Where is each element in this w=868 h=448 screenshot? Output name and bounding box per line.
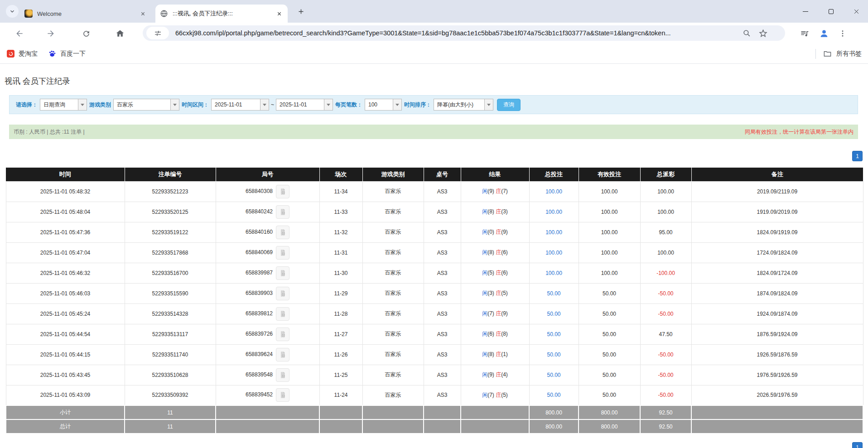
star-icon: [759, 29, 767, 38]
col-total-bet: 总投注: [529, 168, 579, 181]
total-label: 总计: [6, 419, 125, 434]
cell-payout: 100.00: [640, 181, 691, 202]
bookmark-star-button[interactable]: [757, 27, 769, 39]
browser-menu-button[interactable]: [837, 28, 849, 39]
window-maximize-button[interactable]: [820, 0, 841, 23]
subtotal-valid: 800.00: [579, 405, 640, 419]
total-bet-link[interactable]: 100.00: [545, 229, 562, 236]
film-icon: [279, 208, 286, 216]
game-type-select[interactable]: 百家乐: [113, 99, 179, 111]
replay-video-button[interactable]: [276, 205, 289, 219]
total-bet-link[interactable]: 50.00: [547, 392, 560, 398]
cell-bet-id: 522933520125: [125, 202, 216, 222]
cell-game-type: 百家乐: [362, 263, 424, 283]
total-bet-link[interactable]: 100.00: [545, 188, 562, 195]
cell-session: 11-28: [319, 303, 362, 324]
result-player: 闲: [482, 208, 487, 215]
table-row: 2025-11-01 05:46:03 522933515590 6588399…: [6, 283, 863, 303]
home-button[interactable]: [114, 28, 126, 39]
cell-note: 1919.09/2019.09: [691, 202, 863, 222]
cell-game-type: 百家乐: [362, 181, 424, 202]
bookmark-baidu[interactable]: 百度一下: [44, 48, 90, 60]
subtotal-count: 11: [125, 405, 216, 419]
cell-table: AS3: [424, 303, 461, 324]
result-banker: 庄: [496, 351, 501, 357]
tab-search-button[interactable]: [6, 5, 19, 18]
cell-payout: 95.00: [640, 222, 691, 242]
tilde-separator: ~: [271, 101, 274, 108]
total-bet-link[interactable]: 100.00: [545, 270, 562, 276]
pagination-page-1-bottom[interactable]: 1: [852, 442, 863, 448]
total-bet-link[interactable]: 50.00: [547, 311, 560, 317]
cell-result: 闲(5) 庄(6): [461, 263, 529, 283]
replay-video-button[interactable]: [276, 388, 289, 402]
replay-video-button[interactable]: [276, 266, 289, 280]
media-controls-button[interactable]: [799, 28, 810, 39]
tab-welcome[interactable]: Welcome: [20, 5, 151, 23]
cell-payout: -50.00: [640, 344, 691, 365]
result-banker: 庄: [496, 371, 501, 378]
zoom-page-button[interactable]: [741, 27, 752, 39]
chevron-down-icon[interactable]: [324, 99, 333, 110]
total-bet-link[interactable]: 50.00: [547, 352, 560, 358]
total-bet-link[interactable]: 50.00: [547, 290, 560, 297]
cell-result: 闲(6) 庄(8): [461, 324, 529, 344]
replay-video-button[interactable]: [276, 246, 289, 260]
new-tab-button[interactable]: [294, 5, 307, 18]
cell-time: 2025-11-01 05:44:54: [6, 324, 125, 344]
cell-game-type: 百家乐: [362, 303, 424, 324]
tab-close-icon[interactable]: [275, 10, 283, 18]
cell-payout: 47.50: [640, 324, 691, 344]
close-icon: [854, 9, 859, 14]
chevron-down-icon[interactable]: [484, 99, 493, 110]
total-bet-link[interactable]: 100.00: [545, 209, 562, 215]
site-info-chip[interactable]: [146, 27, 169, 39]
cell-time: 2025-11-01 05:43:09: [6, 385, 125, 405]
cell-valid-bet: 100.00: [579, 242, 640, 263]
window-minimize-button[interactable]: [795, 0, 816, 23]
replay-video-button[interactable]: [276, 185, 289, 198]
total-bet-link[interactable]: 50.00: [547, 372, 560, 378]
back-button[interactable]: [14, 28, 25, 39]
cell-table: AS3: [424, 242, 461, 263]
reload-button[interactable]: [80, 28, 92, 39]
cell-time: 2025-11-01 05:48:32: [6, 181, 125, 202]
cell-round: 658840160: [216, 222, 319, 242]
sort-select[interactable]: 降幂(由大到小): [434, 99, 493, 111]
table-row: 2025-11-01 05:44:54 522933513117 6588397…: [6, 324, 863, 344]
address-bar[interactable]: 66cxkj98.com/ipl/portal.php/game/betreco…: [143, 25, 785, 41]
pagination-page-1-top[interactable]: 1: [852, 151, 863, 161]
chevron-down-icon[interactable]: [170, 99, 179, 110]
result-banker-score: (5): [501, 392, 508, 398]
date-to-select[interactable]: 2025-11-01: [276, 99, 333, 111]
replay-video-button[interactable]: [276, 226, 289, 239]
replay-video-button[interactable]: [276, 368, 289, 382]
cell-game-type: 百家乐: [362, 222, 424, 242]
replay-video-button[interactable]: [276, 328, 289, 341]
chevron-down-icon[interactable]: [260, 99, 269, 110]
forward-button[interactable]: [45, 28, 57, 39]
chevron-down-icon[interactable]: [393, 99, 401, 110]
profile-avatar[interactable]: [818, 28, 830, 39]
replay-video-button[interactable]: [276, 287, 289, 300]
tab-close-icon[interactable]: [139, 10, 147, 18]
folder-icon: [823, 49, 832, 58]
date-from-select[interactable]: 2025-11-01: [211, 99, 269, 111]
cell-payout: -50.00: [640, 303, 691, 324]
search-button[interactable]: 查询: [497, 99, 521, 111]
replay-video-button[interactable]: [276, 348, 289, 361]
per-page-value: 100: [365, 99, 393, 110]
window-close-button[interactable]: [846, 0, 867, 23]
tab-betrecord[interactable]: :::视讯, 会员下注纪录:::: [155, 5, 288, 23]
per-page-select[interactable]: 100: [365, 99, 402, 111]
all-bookmarks-button[interactable]: 所有书签: [815, 49, 868, 59]
chevron-down-icon[interactable]: [78, 99, 87, 110]
maximize-icon: [829, 9, 834, 14]
total-bet-link[interactable]: 100.00: [545, 250, 562, 256]
tab-title: Welcome: [37, 10, 139, 17]
query-type-select[interactable]: 日期查询: [40, 99, 87, 111]
film-icon: [279, 270, 286, 277]
bookmark-taobao[interactable]: 爱淘宝: [3, 48, 42, 60]
total-bet-link[interactable]: 50.00: [547, 331, 560, 337]
replay-video-button[interactable]: [276, 307, 289, 321]
